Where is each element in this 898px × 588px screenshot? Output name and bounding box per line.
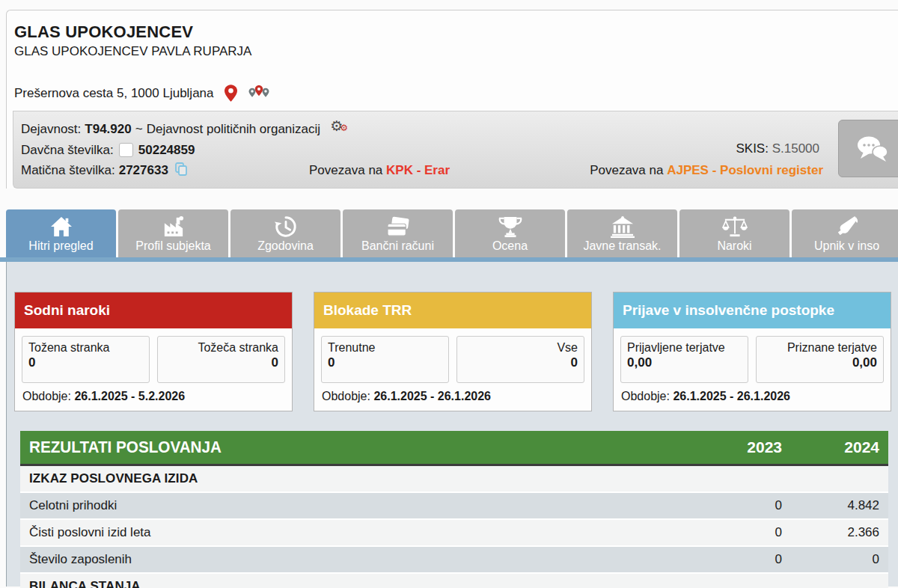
dejavnost-code: T94.920 [85,119,131,139]
dejavnost-separator: ~ [135,119,143,139]
credit-cards-icon [386,214,410,239]
period-value: 26.1.2025 - 26.1.2026 [373,390,491,402]
table-section-row: BILANCA STANJA [20,574,888,588]
cell-2024: 4.842 [782,498,879,513]
stat-trenutne: Trenutne 0 [321,336,449,383]
cell-2023: 0 [677,498,782,513]
povezava-kpk-label: Povezava na [309,163,382,177]
year-column-2024: 2024 [782,438,879,456]
stat-label: Trenutne [328,341,442,355]
content-area: Sodni naroki Tožena stranka 0 Tožeča str… [6,262,898,587]
company-name: GLAS UPOKOJENCEV [14,22,891,42]
card-title: Sodni naroki [15,293,292,328]
company-address: Prešernova cesta 5, 1000 Ljubljana [14,86,214,101]
tab-hitri-pregled[interactable]: Hitri pregled [6,209,116,257]
year-column-2023: 2023 [677,438,782,456]
tab-ocena[interactable]: Ocena [455,209,565,257]
tab-label: Hitri pregled [28,239,93,253]
dejavnost-label: Dejavnost: [21,119,81,139]
copy-icon[interactable] [175,162,187,182]
table-row: Celotni prihodki 0 4.842 [20,493,888,520]
card-sodni-naroki: Sodni naroki Tožena stranka 0 Tožeča str… [14,292,293,411]
tab-naroki[interactable]: Naroki [679,209,789,257]
tab-label: Bančni računi [361,239,434,253]
tab-bancni-racuni[interactable]: Bančni računi [343,209,453,257]
ajpes-link[interactable]: AJPES - Poslovni register [667,163,823,177]
tab-javne-transakcije[interactable]: Javne transak. [567,209,677,257]
period-label: Obdobje: [22,390,71,402]
row-label: Čisti poslovni izid leta [29,525,677,540]
factory-icon [162,214,185,239]
map-pin-icon[interactable] [224,85,237,102]
tab-upnik-v-insolvencnem[interactable]: Upnik v inso [792,209,898,257]
results-table-header: REZULTATI POSLOVANJA 2023 2024 [20,431,888,466]
tab-label: Naroki [717,239,751,253]
cell-2023: 0 [677,525,782,540]
cell-2024: 2.366 [782,525,879,540]
company-header-card: GLAS UPOKOJENCEV GLAS UPOKOJENCEV PAVLA … [6,10,898,189]
stat-prijavljene-terjatve: Prijavljene terjatve 0,00 [620,336,748,383]
stat-value: 0,00 [763,355,877,370]
row-label: Število zaposlenih [29,552,677,567]
main-tabs: Hitri pregled Profil subjekta Zgodovina [6,209,898,257]
registration-number-value: 2727633 [119,160,168,180]
tab-label: Ocena [492,239,528,253]
stat-tozena-stranka: Tožena stranka 0 [22,336,150,383]
tab-label: Zgodovina [257,239,314,253]
stat-vse: Vse 0 [456,336,584,383]
stat-value: 0 [28,355,143,370]
period-value: 26.1.2025 - 5.2.2026 [74,390,185,402]
tab-label: Javne transak. [583,239,661,253]
scales-icon [722,214,748,239]
home-icon [50,214,73,239]
chat-button[interactable] [838,120,898,177]
tab-zgodovina[interactable]: Zgodovina [230,209,340,257]
section-label: BILANCA STANJA [29,579,677,588]
history-clock-icon [275,214,297,239]
stat-label: Priznane terjatve [763,341,877,355]
registration-number-label: Matična številka: [21,160,115,180]
card-prijave-insolvencni: Prijave v insolvenčne postopke Prijavlje… [613,292,891,411]
results-table-title: REZULTATI POSLOVANJA [29,438,638,457]
tab-label: Upnik v inso [814,239,879,253]
tab-label: Profil subjekta [135,239,211,253]
stat-tozeca-stranka: Tožeča stranka 0 [157,336,285,383]
cell-2024: 0 [782,552,879,567]
table-row: Čisti poslovni izid leta 0 2.366 [20,520,888,547]
card-title: Prijave v insolvenčne postopke [614,293,891,328]
skis-label: SKIS: [736,141,768,156]
dejavnost-name: Dejavnost političnih organizacij [147,119,320,139]
card-title: Blokade TRR [314,293,591,328]
period-label: Obdobje: [322,390,370,402]
stat-priznane-terjatve: Priznane terjatve 0,00 [756,336,884,383]
stat-label: Tožena stranka [28,341,143,355]
kpk-erar-link[interactable]: KPK - Erar [386,163,450,177]
table-row: Število zaposlenih 0 0 [20,547,888,574]
skis-value: S.15000 [772,141,819,156]
stat-value: 0 [164,355,278,370]
period-label: Obdobje: [621,390,670,402]
map-pins-cluster-icon[interactable] [248,85,270,102]
activity-gears-icon[interactable]: ⚙⚙ [330,116,348,138]
tax-number-value: 50224859 [138,140,195,160]
bank-building-icon [611,214,635,239]
stat-label: Vse [463,341,578,355]
company-info-bar: Dejavnost: T94.920 ~ Dejavnost politični… [13,111,898,189]
tab-profil-subjekta[interactable]: Profil subjekta [118,209,228,257]
table-section-row: IZKAZ POSLOVNEGA IZIDA [20,466,888,493]
row-label: Celotni prihodki [29,498,677,513]
povezava-ajpes-label: Povezava na [590,163,663,177]
results-table: REZULTATI POSLOVANJA 2023 2024 IZKAZ POS… [20,431,888,588]
megaphone-icon [835,214,859,239]
stat-label: Prijavljene terjatve [627,341,742,355]
period-value: 26.1.2025 - 26.1.2026 [673,390,790,402]
cell-2023: 0 [677,552,782,567]
section-label: IZKAZ POSLOVNEGA IZIDA [29,471,677,486]
stat-value: 0 [463,355,578,370]
stat-value: 0,00 [627,355,742,370]
company-full-name: GLAS UPOKOJENCEV PAVLA RUPARJA [14,44,891,59]
trophy-icon [498,214,522,239]
vat-status-checkbox[interactable] [119,143,133,157]
chat-bubbles-icon [855,134,889,164]
tax-number-label: Davčna številka: [21,140,114,160]
